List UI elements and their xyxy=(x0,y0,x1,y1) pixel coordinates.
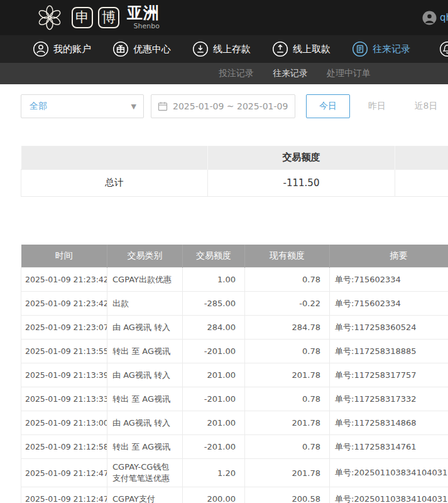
transactions-header-row: 时间 交易类别 交易额度 现有额度 摘要 xyxy=(21,245,448,268)
transaction-row: 2025-01-09 21:12:47CGPAY-CG钱包支付笔笔送优惠1.20… xyxy=(21,459,448,487)
deposit-icon xyxy=(192,41,209,57)
cell-type: 转出 至 AG视讯 xyxy=(107,340,183,363)
cell-type: 由 AG视讯 转入 xyxy=(107,316,183,340)
cell-memo: 单号:715602334 xyxy=(330,292,448,316)
summary-header-row: 交易额度 xyxy=(21,146,448,169)
cell-amount: -201.00 xyxy=(183,387,245,411)
bell-icon xyxy=(439,41,448,57)
logo-char-bo: 博 xyxy=(98,7,119,28)
chevron-down-icon: ▼ xyxy=(131,102,136,111)
cell-amount: -201.00 xyxy=(183,340,245,363)
cell-memo: 单号:117258314761 xyxy=(330,435,448,459)
nav-label: 我的账户 xyxy=(53,43,91,55)
cell-amount: 1.20 xyxy=(183,459,245,487)
tab-transaction-records[interactable]: 往来记录 xyxy=(273,63,308,84)
nav-item-promotions[interactable]: 优惠中心 xyxy=(112,41,171,57)
category-select-value: 全部 xyxy=(30,101,47,112)
transaction-row: 2025-01-09 21:23:07由 AG视讯 转入284.00284.78… xyxy=(21,316,448,340)
col-header-time: 时间 xyxy=(21,245,107,268)
cell-type: 出款 xyxy=(107,292,183,316)
nav-item-my-account[interactable]: 我的账户 xyxy=(33,41,91,57)
transactions-body: 2025-01-09 21:23:42CGPAY出款优惠1.000.78单号:7… xyxy=(21,268,448,503)
brand-region: 亚洲 xyxy=(127,5,160,21)
cell-amount: 1.00 xyxy=(183,268,245,292)
brand-subtitle: Shenbo xyxy=(127,22,160,30)
notifications-button[interactable] xyxy=(439,41,448,60)
col-header-amount: 交易额度 xyxy=(183,245,245,268)
cell-balance: 0.78 xyxy=(245,435,330,459)
transaction-row: 2025-01-09 21:13:33转出 至 AG视讯-201.000.78单… xyxy=(21,387,448,411)
summary-header-empty-2 xyxy=(395,146,448,169)
transaction-row: 2025-01-09 21:12:58转出 至 AG视讯-201.000.78单… xyxy=(21,435,448,459)
cell-type: 由 AG视讯 转入 xyxy=(107,363,183,387)
cell-balance: 201.78 xyxy=(245,363,330,387)
records-icon xyxy=(352,41,368,57)
cell-time: 2025-01-09 21:23:42 xyxy=(21,268,107,292)
nav-label: 往来记录 xyxy=(373,43,410,55)
cell-time: 2025-01-09 21:12:58 xyxy=(21,435,107,459)
nav-label: 优惠中心 xyxy=(133,43,171,55)
nav-item-transaction-records[interactable]: 往来记录 xyxy=(352,41,410,57)
cell-time: 2025-01-09 21:13:55 xyxy=(21,340,107,363)
summary-table: 交易额度 总计 -111.50 xyxy=(21,146,448,197)
cell-time: 2025-01-09 21:12:47 xyxy=(21,459,107,487)
user-account-area[interactable]: qh xyxy=(422,0,448,35)
cell-memo: 单号:117258360524 xyxy=(330,316,448,340)
last-8-days-button[interactable]: 近8日 xyxy=(404,94,448,118)
cell-balance: -0.22 xyxy=(245,292,330,316)
transaction-row: 2025-01-09 21:13:00由 AG视讯 转入201.00201.78… xyxy=(21,411,448,435)
cell-balance: 201.78 xyxy=(245,411,330,435)
category-select[interactable]: 全部 ▼ xyxy=(21,94,144,118)
nav-item-deposit[interactable]: 线上存款 xyxy=(192,41,251,57)
brand-logo: 申 博 亚洲 Shenbo xyxy=(35,4,160,31)
cell-memo: 单号:117258317332 xyxy=(330,387,448,411)
tab-betting-records[interactable]: 投注记录 xyxy=(219,63,254,84)
cell-time: 2025-01-09 21:13:33 xyxy=(21,387,107,411)
date-range-input[interactable]: 2025-01-09 ~ 2025-01-09 xyxy=(151,94,295,118)
summary-total-row: 总计 -111.50 xyxy=(21,169,448,196)
cell-amount: 284.00 xyxy=(183,316,245,340)
brand-text: 亚洲 Shenbo xyxy=(127,5,160,30)
cell-memo: 单号:202501103834104031 xyxy=(330,487,448,503)
summary-header-empty xyxy=(21,146,208,169)
nav-label: 线上取款 xyxy=(293,43,331,55)
cell-balance: 200.58 xyxy=(245,487,330,503)
cell-type: CGPAY出款优惠 xyxy=(107,268,183,292)
lotus-flower-icon xyxy=(35,4,64,31)
cell-type: 由 AG视讯 转入 xyxy=(107,411,183,435)
transaction-row: 2025-01-09 21:13:39由 AG视讯 转入201.00201.78… xyxy=(21,363,448,387)
transaction-row: 2025-01-09 21:23:42出款-285.00-0.22单号:7156… xyxy=(21,292,448,316)
cell-balance: 0.78 xyxy=(245,387,330,411)
top-header: 申 博 亚洲 Shenbo qh xyxy=(0,0,448,35)
today-button[interactable]: 今日 xyxy=(306,94,350,118)
cell-memo: 单号:202501103834104031 xyxy=(330,459,448,487)
col-header-balance: 现有额度 xyxy=(245,245,330,268)
date-range-value: 2025-01-09 ~ 2025-01-09 xyxy=(173,101,288,111)
tab-processing-orders[interactable]: 处理中订单 xyxy=(327,63,371,84)
cell-type: CGPAY支付 xyxy=(107,487,183,503)
transaction-row: 2025-01-09 21:23:42CGPAY出款优惠1.000.78单号:7… xyxy=(21,268,448,292)
cell-amount: -285.00 xyxy=(183,292,245,316)
cell-memo: 单号:117258314868 xyxy=(330,411,448,435)
cell-amount: -201.00 xyxy=(183,435,245,459)
withdraw-icon xyxy=(272,41,288,57)
summary-empty-cell xyxy=(395,169,448,196)
transaction-row: 2025-01-09 21:12:47CGPAY支付200.00200.58单号… xyxy=(21,487,448,503)
cell-time: 2025-01-09 21:23:42 xyxy=(21,292,107,316)
logo-char-shen: 申 xyxy=(72,7,93,28)
calendar-icon xyxy=(158,101,168,111)
cell-amount: 201.00 xyxy=(183,363,245,387)
nav-item-withdraw[interactable]: 线上取款 xyxy=(272,41,331,57)
user-avatar-icon[interactable] xyxy=(422,11,437,25)
username-text[interactable]: qh xyxy=(440,12,448,23)
main-navigation: 我的账户 优惠中心 线上存款 线上取款 往来记录 xyxy=(0,35,448,63)
cell-memo: 单号:715602334 xyxy=(330,268,448,292)
yesterday-button[interactable]: 昨日 xyxy=(355,94,399,118)
summary-header-amount: 交易额度 xyxy=(208,146,395,169)
cell-amount: 200.00 xyxy=(183,487,245,503)
summary-total-value: -111.50 xyxy=(208,169,395,196)
cell-memo: 单号:117258318885 xyxy=(330,340,448,363)
cell-memo: 单号:117258317757 xyxy=(330,363,448,387)
cell-time: 2025-01-09 21:23:07 xyxy=(21,316,107,340)
transaction-row: 2025-01-09 21:13:55转出 至 AG视讯-201.000.78单… xyxy=(21,340,448,363)
